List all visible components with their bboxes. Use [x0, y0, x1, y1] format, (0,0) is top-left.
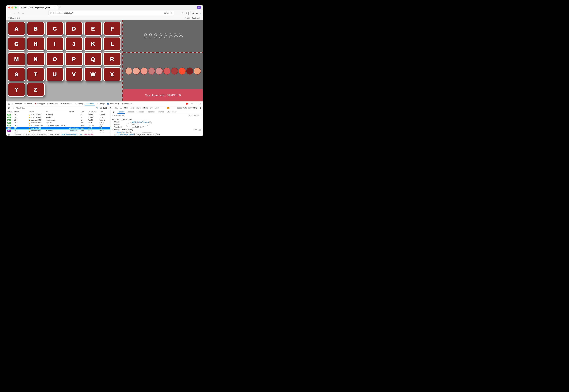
- disable-cache-checkbox[interactable]: Disable Cache: [160, 107, 187, 109]
- color-ball[interactable]: [171, 68, 178, 74]
- filter-urls-input[interactable]: [16, 107, 32, 109]
- filter-pill-images[interactable]: Images: [135, 107, 142, 109]
- color-ball[interactable]: [179, 68, 186, 74]
- color-ball[interactable]: [156, 68, 163, 74]
- profile-mask-icon[interactable]: ∞: [197, 6, 201, 9]
- stopwatch-icon[interactable]: ◷: [8, 134, 11, 136]
- pause-icon[interactable]: ‖: [93, 107, 96, 109]
- url-bar[interactable]: 🛡 🗎 localhost:3000/play? 110% ☆: [48, 11, 174, 15]
- funnel-icon[interactable]: ▿: [112, 115, 113, 116]
- filter-pill-other[interactable]: Other: [154, 107, 160, 109]
- pocket-icon[interactable]: ⊖: [181, 12, 183, 14]
- filter-pill-html[interactable]: HTML: [107, 107, 113, 109]
- letter-tile-v[interactable]: V: [65, 67, 83, 81]
- letter-tile-e[interactable]: E: [84, 22, 102, 36]
- filter-pill-ws[interactable]: WS: [149, 107, 154, 109]
- hamburger-menu-icon[interactable]: ≡: [200, 12, 201, 14]
- letter-tile-d[interactable]: D: [65, 22, 83, 36]
- details-tab-stack-trace[interactable]: Stack Trace: [167, 110, 176, 113]
- close-tab-button[interactable]: ✕: [54, 6, 56, 9]
- letter-tile-a[interactable]: A: [8, 22, 25, 36]
- details-tab-request[interactable]: Request: [137, 110, 144, 113]
- home-button[interactable]: ⌂: [22, 12, 25, 14]
- iframe-picker-icon[interactable]: ⊞: [8, 102, 11, 105]
- devtools-tab-network[interactable]: ⇅Network: [85, 102, 95, 105]
- funnel-icon[interactable]: ▿: [12, 107, 15, 109]
- block-button[interactable]: Block: [189, 115, 192, 116]
- color-ball[interactable]: [141, 68, 147, 74]
- letter-tile-o[interactable]: O: [46, 52, 64, 66]
- devtools-tab-performance[interactable]: ⟳Performance: [59, 102, 74, 105]
- bookmark-star-icon[interactable]: ☆: [171, 12, 173, 14]
- letter-tile-r[interactable]: R: [103, 52, 121, 66]
- extension-icon-2[interactable]: ◆: [196, 12, 198, 14]
- letter-tile-l[interactable]: L: [103, 37, 121, 51]
- settings-gear-icon[interactable]: ⚙: [199, 107, 202, 109]
- letter-tile-f[interactable]: F: [103, 22, 121, 36]
- throttling-select[interactable]: No Throttling: [188, 107, 197, 109]
- letter-tile-z[interactable]: Z: [27, 83, 44, 97]
- new-tab-button[interactable]: +: [59, 6, 61, 9]
- reload-button[interactable]: ⟳: [17, 12, 20, 14]
- letter-tile-p[interactable]: P: [65, 52, 83, 66]
- letter-tile-y[interactable]: Y: [8, 83, 25, 97]
- letter-tile-w[interactable]: W: [84, 67, 102, 81]
- color-ball[interactable]: [186, 68, 193, 74]
- color-ball[interactable]: [133, 68, 140, 74]
- devtools-tab-console[interactable]: ▸Console: [23, 102, 33, 105]
- letter-tile-i[interactable]: I: [46, 37, 64, 51]
- network-row[interactable]: 200GET🔒fonts.gstatic.comDtVkJxarWL0t2Kdz…: [6, 124, 110, 127]
- network-row[interactable]: 101GET🔒localhost:3000/interactions.js:1……: [6, 127, 110, 129]
- devtools-tab-debugger[interactable]: 🐞Debugger: [33, 102, 46, 105]
- filter-pill-css[interactable]: CSS: [114, 107, 119, 109]
- minimize-window-button[interactable]: [12, 7, 13, 8]
- color-ball[interactable]: [194, 68, 201, 74]
- zoom-level[interactable]: 110%: [164, 12, 168, 14]
- filter-pill-fonts[interactable]: Fonts: [129, 107, 135, 109]
- letter-tile-b[interactable]: B: [27, 22, 44, 36]
- letter-tile-x[interactable]: X: [103, 67, 121, 81]
- letter-tile-m[interactable]: M: [8, 52, 25, 66]
- devtools-menu-icon[interactable]: ⋯: [194, 102, 197, 105]
- browser-tab[interactable]: Balloons: a two player word game ✕: [19, 5, 58, 10]
- devtools-tab-memory[interactable]: ⊞Memory: [74, 102, 85, 105]
- trash-icon[interactable]: 🗑: [8, 107, 11, 109]
- search-icon[interactable]: 🔍: [96, 107, 99, 109]
- close-devtools-button[interactable]: ✕: [199, 102, 202, 105]
- library-icon[interactable]: �║⎮: [185, 12, 190, 14]
- forward-button[interactable]: →: [13, 12, 15, 14]
- letter-tile-j[interactable]: J: [65, 37, 83, 51]
- close-window-button[interactable]: [8, 7, 10, 8]
- filter-pill-js[interactable]: JS: [119, 107, 123, 109]
- letter-tile-g[interactable]: G: [8, 37, 25, 51]
- maximize-window-button[interactable]: [15, 7, 16, 8]
- details-tab-response[interactable]: Response: [146, 110, 155, 113]
- most-visited-link[interactable]: ✲Most Visited: [8, 17, 20, 19]
- network-row[interactable]: 200GET🔒localhost:3000style.csscss694 B37…: [6, 121, 110, 124]
- letter-tile-n[interactable]: N: [27, 52, 44, 66]
- details-tab-timings[interactable]: Timings: [158, 110, 164, 113]
- letter-tile-k[interactable]: K: [84, 37, 102, 51]
- extension-icon-1[interactable]: ◉: [192, 12, 194, 14]
- letter-tile-t[interactable]: T: [27, 67, 44, 81]
- color-ball[interactable]: [125, 68, 132, 74]
- filter-pill-xhr[interactable]: XHR: [123, 107, 129, 109]
- network-row[interactable]: 404GET🔒localhost:3000favicon.icoFaviconL…: [6, 129, 110, 132]
- devtools-tab-accessibility[interactable]: ♿Accessibility: [106, 102, 120, 105]
- network-row[interactable]: 200GET🔒localhost:3000interactions.jsjs7,…: [6, 119, 110, 121]
- color-ball[interactable]: [148, 68, 155, 74]
- network-row[interactable]: 200GET🔒localhost:3000alphabet.jsjs2,12 K…: [6, 113, 110, 116]
- get-section[interactable]: GET ws://localhost:3000/: [112, 118, 201, 121]
- devtools-tab-inspector[interactable]: ⬚Inspector: [11, 102, 23, 105]
- devtools-tab-storage[interactable]: ⊟Storage: [95, 102, 106, 105]
- network-row[interactable]: 200GET🔒localhost:3000ui-right.jsjs1,51 K…: [6, 116, 110, 119]
- details-tab-headers[interactable]: Headers: [117, 110, 125, 113]
- raw-toggle[interactable]: [198, 129, 201, 131]
- letter-tile-u[interactable]: U: [46, 67, 64, 81]
- devtools-tab-style-editor[interactable]: {}Style Editor: [46, 102, 59, 105]
- collapse-details-icon[interactable]: ▣: [112, 111, 115, 113]
- error-indicator[interactable]: !1: [186, 103, 189, 105]
- responsive-design-icon[interactable]: ▭: [190, 102, 193, 105]
- filter-pill-media[interactable]: Media: [143, 107, 149, 109]
- filter-headers-input[interactable]: Filter Headers: [114, 115, 124, 116]
